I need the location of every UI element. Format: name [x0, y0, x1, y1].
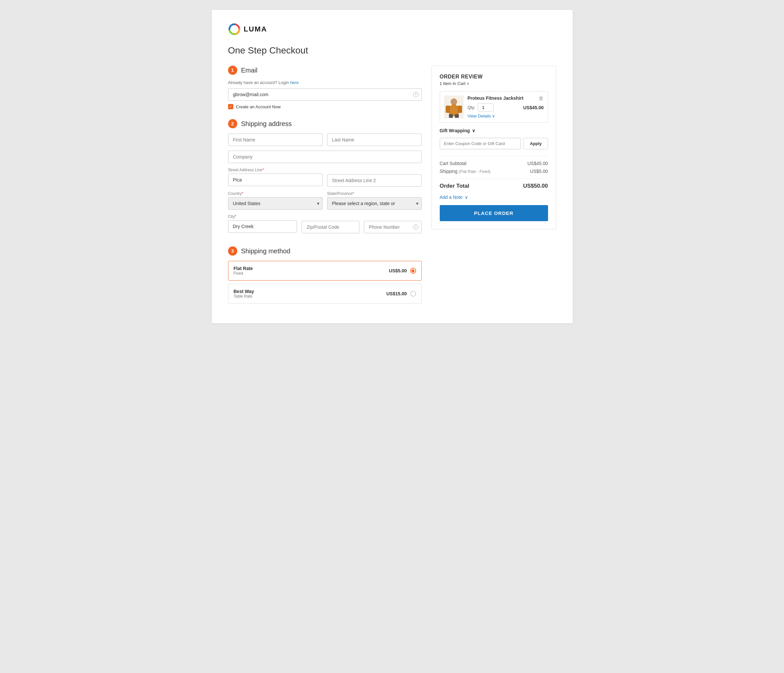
luma-logo-icon — [228, 23, 241, 36]
email-help-icon: ? — [413, 92, 418, 97]
svg-point-4 — [451, 98, 457, 105]
best-way-sub: Table Rate — [234, 294, 254, 298]
create-account-row: Create an Account Now — [228, 104, 422, 109]
qty-section: Qty: — [468, 103, 494, 112]
shipping-heading: Shipping address — [241, 120, 292, 127]
totals-section: Cart Subtotal US$45.00 Shipping (Flat Ra… — [440, 156, 548, 174]
shipping-total-value: US$5.00 — [530, 169, 548, 174]
best-way-price: US$15.00 — [386, 291, 407, 296]
state-select[interactable]: Please select a region, state or — [327, 197, 422, 210]
phone-col: ? — [364, 214, 422, 236]
product-image — [446, 96, 462, 118]
view-details-link[interactable]: View Details ∨ — [468, 113, 495, 118]
login-link[interactable]: here — [290, 80, 299, 85]
cart-subtotal-row: Cart Subtotal US$45.00 — [440, 161, 548, 166]
cart-subtotal-label: Cart Subtotal — [440, 161, 467, 166]
cart-item-top: Proteus Fitness Jackshirt 🗑 — [468, 95, 544, 103]
shipping-option-best-way[interactable]: Best Way Table Rate US$15.00 — [228, 284, 422, 303]
flat-rate-price-row: US$5.00 — [389, 268, 416, 274]
order-total-value: US$50.00 — [523, 183, 548, 189]
shipping-method-section: 3 Shipping method Flat Rate Fixed US$5.0… — [228, 246, 422, 303]
product-name: Proteus Fitness Jackshirt — [468, 95, 523, 101]
flat-rate-sub: Fixed — [234, 271, 253, 276]
country-state-row: Country* United States State/Province* — [228, 191, 422, 210]
email-input-wrapper: ? — [228, 88, 422, 101]
product-thumbnail — [444, 95, 464, 118]
best-way-name: Best Way — [234, 289, 254, 294]
country-label: Country* — [228, 191, 323, 196]
create-account-checkbox[interactable] — [228, 104, 233, 109]
company-input[interactable] — [228, 151, 422, 163]
svg-rect-6 — [449, 114, 453, 118]
qty-input[interactable] — [478, 103, 493, 112]
country-select[interactable]: United States — [228, 197, 323, 210]
shipping-total-row: Shipping (Flat Rate - Fixed) US$5.00 — [440, 169, 548, 174]
svg-rect-3 — [458, 106, 462, 113]
best-way-radio[interactable] — [410, 291, 416, 297]
street1-col: Street Address Line* — [228, 168, 323, 187]
add-note-toggle[interactable]: Add a Note ∨ — [440, 194, 548, 200]
first-name-col — [228, 134, 323, 146]
state-col: State/Province* Please select a region, … — [327, 191, 422, 210]
create-account-label: Create an Account Now — [236, 104, 281, 109]
cart-subtotal-value: US$45.00 — [527, 161, 548, 166]
gift-wrapping-toggle[interactable]: Gift Wrapping ∨ — [440, 128, 548, 133]
street1-input[interactable] — [228, 174, 323, 186]
company-row — [228, 151, 422, 163]
order-total-label: Order Total — [440, 183, 469, 189]
city-zip-phone-row: City* ? — [228, 214, 422, 236]
apply-button[interactable]: Apply — [523, 138, 548, 149]
step-3-badge: 3 — [228, 246, 237, 256]
items-chevron-icon: ∧ — [467, 82, 469, 85]
street2-input[interactable] — [327, 174, 422, 187]
order-total-row: Order Total US$50.00 — [440, 179, 548, 189]
delete-item-icon[interactable]: 🗑 — [538, 95, 544, 101]
email-heading: Email — [241, 67, 258, 74]
svg-rect-5 — [451, 104, 456, 107]
city-label: City* — [228, 214, 297, 219]
order-review-panel: ORDER REVIEW 1 Item In Cart ∧ — [432, 65, 556, 229]
street1-label: Street Address Line* — [228, 168, 323, 172]
zip-col — [302, 214, 359, 236]
gift-wrapping-label: Gift Wrapping — [440, 128, 470, 133]
add-note-label: Add a Note — [440, 194, 463, 200]
country-col: Country* United States — [228, 191, 323, 210]
last-name-col — [327, 134, 422, 146]
best-way-price-row: US$15.00 — [386, 291, 416, 297]
state-label: State/Province* — [327, 191, 422, 196]
order-review-title: ORDER REVIEW — [440, 74, 548, 80]
cart-item: Proteus Fitness Jackshirt 🗑 Qty: US$45.0… — [440, 91, 548, 123]
shipping-total-label: Shipping (Flat Rate - Fixed) — [440, 169, 491, 174]
shipping-option-flat-rate[interactable]: Flat Rate Fixed US$5.00 — [228, 261, 422, 281]
last-name-input[interactable] — [327, 134, 422, 146]
add-note-chevron: ∨ — [465, 194, 468, 200]
first-name-input[interactable] — [228, 134, 323, 146]
qty-label: Qty: — [468, 105, 476, 110]
svg-rect-7 — [455, 114, 459, 118]
phone-input-wrapper: ? — [364, 221, 422, 233]
city-input[interactable] — [228, 220, 297, 233]
items-in-cart-toggle[interactable]: 1 Item In Cart ∧ — [440, 81, 548, 86]
shipping-method-heading: Shipping method — [241, 247, 291, 255]
cart-item-details: Proteus Fitness Jackshirt 🗑 Qty: US$45.0… — [468, 95, 544, 118]
view-details-row: View Details ∨ — [468, 112, 544, 118]
shipping-method-header: 3 Shipping method — [228, 246, 422, 256]
flat-rate-name: Flat Rate — [234, 266, 253, 271]
place-order-button[interactable]: PLACE ORDER — [440, 205, 548, 221]
logo-text: LUMA — [244, 25, 268, 33]
email-section-header: 1 Email — [228, 65, 422, 75]
zip-input[interactable] — [302, 221, 359, 233]
coupon-input[interactable] — [440, 138, 521, 149]
shipping-section-header: 2 Shipping address — [228, 119, 422, 128]
product-price: US$45.00 — [523, 105, 543, 110]
shipping-section: 2 Shipping address — [228, 119, 422, 236]
country-select-wrapper: United States — [228, 197, 323, 210]
street2-col — [327, 168, 422, 187]
cart-item-qty-row: Qty: US$45.00 — [468, 103, 544, 112]
flat-rate-radio[interactable] — [410, 268, 416, 274]
page-title: One Step Checkout — [228, 45, 556, 56]
company-col — [228, 151, 422, 163]
shipping-note: (Flat Rate - Fixed) — [459, 169, 491, 174]
login-hint: Already have an account? Login here — [228, 80, 422, 85]
email-input[interactable] — [228, 88, 422, 101]
